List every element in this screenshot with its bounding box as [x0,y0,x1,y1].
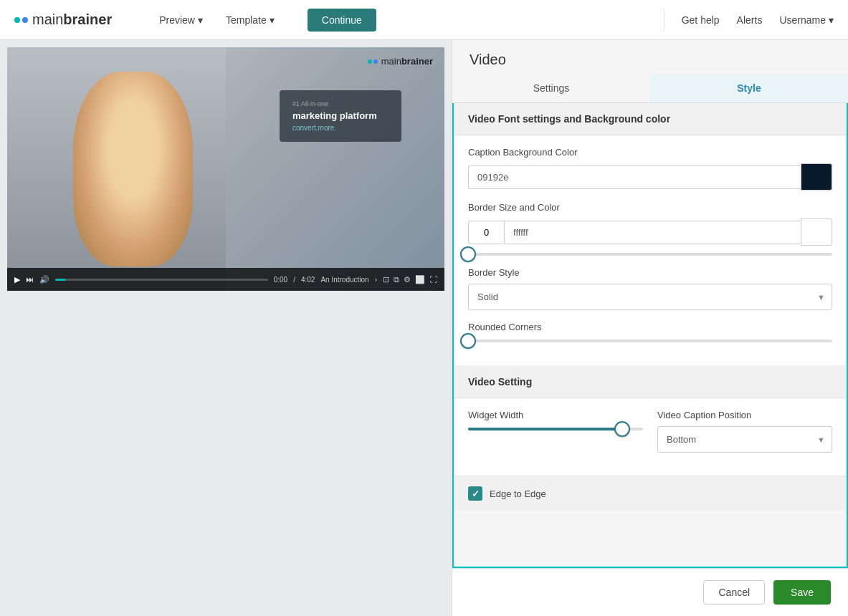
caption-bg-color-row [468,163,832,191]
caption-position-select[interactable]: Bottom Top Left Right [657,426,832,453]
left-panel: mainbrainer #1 All-in-one marketing plat… [0,40,452,616]
cast-icon[interactable]: ⊡ [383,275,389,284]
get-help-nav-item[interactable]: Get help [682,14,720,26]
time-separator: / [293,276,295,284]
alerts-nav-item[interactable]: Alerts [737,14,763,26]
tab-settings[interactable]: Settings [452,74,650,102]
border-color-hex-input[interactable] [504,221,801,244]
caption-position-select-wrapper: Bottom Top Left Right ▼ [657,426,832,453]
template-nav-item[interactable]: Template ▾ [214,9,286,32]
caption-bg-color-swatch[interactable] [801,163,832,191]
widget-slider-thumb[interactable] [614,421,630,437]
rounded-corners-label: Rounded Corners [468,322,832,332]
save-button[interactable]: Save [773,580,831,605]
video-person [7,47,226,291]
rounded-slider-thumb[interactable] [460,333,476,349]
right-panel: Video Settings Style ↖ Video Font settin… [452,40,848,616]
video-setting-header: Video Setting [454,366,847,398]
panel-footer: Cancel Save [452,568,848,616]
border-slider-track [468,253,832,256]
video-overlay-logo: mainbrainer [368,56,433,67]
logo-text: mainbrainer [32,11,112,28]
next-icon[interactable]: ⏭ [26,275,34,284]
border-size-slider [468,253,832,256]
font-settings-body: Caption Background Color Border Size and… [454,135,847,365]
nav-links: Preview ▾ Template ▾ [148,9,286,32]
overlay-dot-blue [373,59,378,64]
font-settings-header: Video Font settings and Background color [454,103,847,135]
username-chevron-icon: ▾ [829,14,834,26]
rounded-slider-track [468,340,832,342]
widget-slider-track [468,428,643,430]
cancel-button[interactable]: Cancel [703,580,765,605]
video-background: mainbrainer #1 All-in-one marketing plat… [7,47,444,291]
overlay-logo-dots [368,59,378,64]
username-nav-item[interactable]: Username ▾ [779,14,834,26]
panel-title: Video [452,40,848,74]
video-ctrl-right: ⊡ ⧉ ⚙ ⬜ ⛶ [383,275,437,284]
marketing-tag: #1 All-in-one [292,100,389,107]
main-content: mainbrainer #1 All-in-one marketing plat… [0,40,848,616]
preview-chevron-icon: ▾ [198,14,203,26]
video-caption-position-col: Video Caption Position Bottom Top Left R… [657,410,832,464]
border-size-input[interactable] [468,221,504,244]
theater-icon[interactable]: ⬜ [415,275,425,284]
border-slider-thumb[interactable] [460,246,476,262]
video-container: mainbrainer #1 All-in-one marketing plat… [7,47,444,291]
video-caption-position-label: Video Caption Position [657,410,832,420]
overlay-logo-text: mainbrainer [381,56,433,67]
volume-icon[interactable]: 🔊 [39,275,49,284]
widget-width-slider [468,428,643,430]
logo: mainbrainer [14,11,112,28]
video-controls: ▶ ⏭ 🔊 0:00 / 4:02 An Introduction › ⊡ ⧉ … [7,268,444,291]
widget-width-label: Widget Width [468,410,643,420]
logo-dot-blue [22,17,28,23]
border-style-select[interactable]: Solid Dashed Dotted Double None [468,284,832,310]
nav-right: Get help Alerts Username ▾ [664,9,834,31]
border-size-color-row [468,218,832,246]
video-setting-two-col: Widget Width Video Caption Position [468,410,832,464]
nav-divider [664,9,664,31]
progress-bar[interactable] [55,279,268,281]
settings-icon[interactable]: ⚙ [404,275,411,284]
video-setting-section: Video Setting Widget Width [454,365,847,476]
play-icon[interactable]: ▶ [14,275,20,284]
settings-content: Video Font settings and Background color… [452,103,848,568]
panel-tabs: Settings Style ↖ [452,74,848,103]
continue-button[interactable]: Continue [308,9,376,32]
chapter-nav-icon[interactable]: › [375,276,377,284]
marketing-sub: convert.more. [292,124,389,132]
overlay-dot-teal [368,59,372,64]
navbar: mainbrainer Preview ▾ Template ▾ Continu… [0,0,848,40]
time-current: 0:00 [274,276,287,284]
border-style-select-wrapper: Solid Dashed Dotted Double None ▼ [468,284,832,310]
rounded-corners-slider [468,340,832,342]
marketing-title: marketing platform [292,110,389,122]
template-chevron-icon: ▾ [270,14,275,26]
edge-to-edge-checkbox[interactable] [468,486,482,501]
logo-dot-teal [14,17,20,23]
picture-in-picture-icon[interactable]: ⧉ [394,275,399,284]
logo-dots [14,17,28,23]
fullscreen-icon[interactable]: ⛶ [429,275,437,284]
border-color-swatch[interactable] [801,218,832,246]
tab-style[interactable]: Style ↖ [650,74,848,102]
border-style-label: Border Style [468,267,832,278]
caption-bg-hex-input[interactable] [468,165,801,189]
marketing-box: #1 All-in-one marketing platform convert… [280,90,401,142]
chapter-text: An Introduction [320,276,368,284]
widget-slider-fill [468,428,622,430]
preview-nav-item[interactable]: Preview ▾ [148,9,214,32]
video-setting-body: Widget Width Video Caption Position [454,398,847,476]
progress-fill [55,279,66,281]
border-size-color-label: Border Size and Color [468,202,832,213]
widget-width-col: Widget Width [468,410,643,442]
caption-bg-color-label: Caption Background Color [468,147,832,158]
time-total: 4:02 [301,276,315,284]
edge-to-edge-label: Edge to Edge [490,489,546,499]
edge-to-edge-row: Edge to Edge [454,476,847,511]
